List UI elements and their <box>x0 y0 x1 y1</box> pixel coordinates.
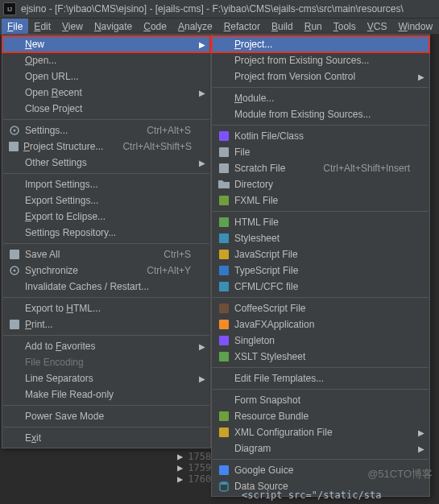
file-item-line-separators[interactable]: Line Separators▶ <box>2 370 210 386</box>
file-item-synchronize[interactable]: SynchronizeCtrl+Alt+Y <box>2 262 210 279</box>
file-item-import-settings[interactable]: Import Settings... <box>2 176 210 192</box>
file-item-save-all[interactable]: Save AllCtrl+S <box>2 246 210 262</box>
menu-refactor[interactable]: Refactor <box>218 19 266 35</box>
menu-view[interactable]: View <box>56 19 89 35</box>
file-item-settings[interactable]: Settings...Ctrl+Alt+S <box>2 122 210 138</box>
new-item-project-from-existing-sources[interactable]: Project from Existing Sources... <box>212 52 429 68</box>
file-item-open-recent[interactable]: Open Recent▶ <box>2 85 210 101</box>
menu-item-label: Open URL... <box>25 71 191 82</box>
blank-icon <box>217 372 231 385</box>
file-item-print[interactable]: Print... <box>2 316 210 333</box>
menu-edit[interactable]: Edit <box>28 19 56 35</box>
file-item-add-to-favorites[interactable]: Add to Favorites▶ <box>2 338 210 354</box>
new-item-html-file[interactable]: HTML File <box>212 214 429 230</box>
new-item-fxml-file[interactable]: FXML File <box>212 192 429 209</box>
file-menu[interactable]: New▶Open...Open URL...Open Recent▶Close … <box>2 34 211 448</box>
file-item-new[interactable]: New▶ <box>2 36 210 52</box>
new-item-form-snapshot[interactable]: Form Snapshot <box>212 392 429 408</box>
blank-icon <box>7 178 22 191</box>
menu-item-label: CFML/CFC file <box>234 281 410 292</box>
new-item-file[interactable]: File <box>212 144 429 160</box>
file-item-exit[interactable]: Exit <box>2 430 210 446</box>
new-item-cfml-cfc-file[interactable]: CFML/CFC file <box>212 279 429 295</box>
new-item-directory[interactable]: Directory <box>212 176 429 192</box>
menu-item-label: Stylesheet <box>234 233 410 244</box>
blank-icon <box>7 70 22 83</box>
new-item-scratch-file[interactable]: Scratch FileCtrl+Alt+Shift+Insert <box>212 160 429 176</box>
menu-item-label: Singleton <box>234 335 410 346</box>
xslt-icon <box>217 350 231 363</box>
menu-item-label: Diagram <box>234 443 410 454</box>
menu-item-label: Exit <box>25 432 191 444</box>
new-item-coffeescript-file[interactable]: CoffeeScript File <box>212 300 429 316</box>
new-item-kotlin-file-class[interactable]: Kotlin File/Class <box>212 128 429 144</box>
new-item-javascript-file[interactable]: JavaScript File <box>212 246 429 262</box>
new-item-singleton[interactable]: Singleton <box>212 333 429 349</box>
new-item-project[interactable]: Project... <box>212 36 429 52</box>
file-icon <box>217 146 231 159</box>
blank-icon <box>7 432 22 444</box>
menu-item-label: File Encoding <box>25 357 191 368</box>
blank-icon <box>7 280 22 293</box>
blank-icon <box>7 410 22 423</box>
menu-item-label: Export Settings... <box>25 195 191 206</box>
menu-item-label: XML Configuration File <box>234 427 410 438</box>
new-item-typescript-file[interactable]: TypeScript File <box>212 262 429 279</box>
menu-vcs[interactable]: VCS <box>362 19 393 35</box>
menu-item-label: Export to Eclipse... <box>25 211 191 222</box>
file-item-settings-repository[interactable]: Settings Repository... <box>2 225 210 241</box>
menubar[interactable]: FileEditViewNavigateCodeAnalyzeRefactorB… <box>0 19 439 35</box>
new-item-diagram[interactable]: Diagram▶ <box>212 440 429 456</box>
file-item-project-structure[interactable]: Project Structure...Ctrl+Alt+Shift+S <box>2 138 210 155</box>
menu-item-label: TypeScript File <box>234 265 410 276</box>
file-item-open[interactable]: Open... <box>2 52 210 68</box>
new-item-module-from-existing-sources[interactable]: Module from Existing Sources... <box>212 106 429 122</box>
file-item-close-project[interactable]: Close Project <box>2 101 210 117</box>
blank-icon <box>7 194 22 207</box>
menu-item-label: Form Snapshot <box>234 395 410 406</box>
file-item-open-url[interactable]: Open URL... <box>2 68 210 85</box>
file-item-other-settings[interactable]: Other Settings▶ <box>2 155 210 171</box>
file-item-export-to-html[interactable]: Export to HTML... <box>2 300 210 316</box>
svg-rect-17 <box>219 320 229 329</box>
file-item-export-to-eclipse[interactable]: Export to Eclipse... <box>2 209 210 225</box>
new-item-javafxapplication[interactable]: JavaFXApplication <box>212 316 429 333</box>
menu-item-label: JavaFXApplication <box>234 319 410 330</box>
jfx-icon <box>217 318 231 331</box>
menu-code[interactable]: Code <box>138 19 172 35</box>
bundle-icon <box>217 410 231 423</box>
new-submenu[interactable]: Project...Project from Existing Sources.… <box>211 34 430 497</box>
menu-run[interactable]: Run <box>299 19 328 35</box>
coffee-icon <box>217 302 231 315</box>
new-item-edit-file-templates[interactable]: Edit File Templates... <box>212 370 429 386</box>
menu-build[interactable]: Build <box>266 19 299 35</box>
svg-rect-15 <box>219 282 229 291</box>
line-gutter: ▶1758▶1759▶1760 <box>177 451 211 485</box>
menu-item-label: JavaScript File <box>234 249 410 260</box>
new-item-project-from-version-control[interactable]: Project from Version Control▶ <box>212 68 429 85</box>
new-item-module[interactable]: Module... <box>212 90 429 106</box>
menu-analyze[interactable]: Analyze <box>172 19 218 35</box>
menu-item-label: Other Settings <box>25 157 191 168</box>
new-item-xslt-stylesheet[interactable]: XSLT Stylesheet <box>212 349 429 365</box>
new-item-resource-bundle[interactable]: Resource Bundle <box>212 408 429 424</box>
new-item-stylesheet[interactable]: Stylesheet <box>212 230 429 246</box>
menu-item-label: Kotlin File/Class <box>234 130 410 142</box>
menu-navigate[interactable]: Navigate <box>89 19 138 35</box>
settings-icon <box>7 124 22 137</box>
svg-point-1 <box>14 130 16 132</box>
svg-rect-13 <box>219 250 229 259</box>
svg-rect-3 <box>10 250 19 259</box>
file-item-file-encoding: File Encoding <box>2 354 210 370</box>
file-item-power-save-mode[interactable]: Power Save Mode <box>2 408 210 424</box>
submenu-arrow-icon: ▶ <box>418 444 425 453</box>
menu-file[interactable]: File <box>2 19 28 35</box>
file-item-make-file-read-only[interactable]: Make File Read-only <box>2 386 210 403</box>
new-item-xml-configuration-file[interactable]: XML Configuration File▶ <box>212 424 429 440</box>
menu-window[interactable]: Window <box>392 19 438 35</box>
blank-icon <box>217 92 231 105</box>
file-item-invalidate-caches-restart[interactable]: Invalidate Caches / Restart... <box>2 279 210 295</box>
svg-rect-7 <box>219 131 229 141</box>
menu-tools[interactable]: Tools <box>328 19 362 35</box>
file-item-export-settings[interactable]: Export Settings... <box>2 192 210 209</box>
